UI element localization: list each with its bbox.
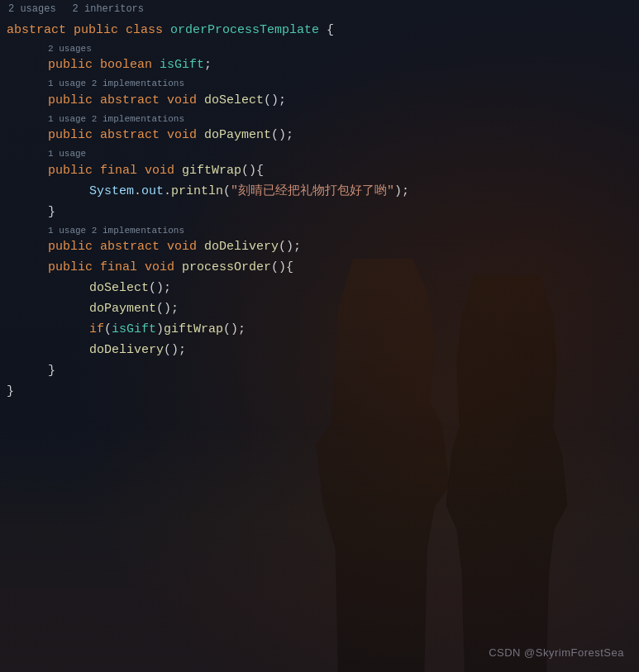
call-giftWrap: giftWrap <box>164 320 223 340</box>
doDelivery-call-line: doDelivery(); <box>7 341 639 361</box>
println-line: System.out.println("刻晴已经把礼物打包好了哟"); <box>7 182 639 203</box>
println-method: println <box>171 182 223 202</box>
parens-semi-3: (); <box>279 237 301 257</box>
keyword-abstract: abstract <box>7 21 74 41</box>
header-line: 2 usages 2 inheritors <box>7 0 639 21</box>
keyword-abstract-3: abstract <box>100 126 167 145</box>
call-doDelivery: doDelivery <box>89 341 164 360</box>
close-brace-class: } <box>7 382 639 403</box>
field-isGift-line: public boolean isGift; <box>7 55 639 76</box>
keyword-abstract-4: abstract <box>100 237 167 257</box>
keyword-public: public <box>74 21 126 41</box>
call-parens-2: (); <box>156 299 179 319</box>
close-brace-processOrder: } <box>7 361 639 382</box>
keyword-boolean: boolean <box>100 55 160 75</box>
keyword-if: if <box>89 320 104 340</box>
meta-1-usage-2-impl-1: 1 usage 2 implementations <box>7 76 639 90</box>
if-isGift-line: if(isGift)giftWrap(); <box>7 320 639 341</box>
keyword-void-2: void <box>167 126 204 145</box>
paren-open: ( <box>223 182 231 202</box>
meta-1-usage-2-impl-2: 1 usage 2 implementations <box>7 112 639 126</box>
method-name-doSelect: doSelect <box>204 91 264 111</box>
method-name-doDelivery: doDelivery <box>204 237 279 257</box>
call-parens-3: (); <box>223 320 246 340</box>
meta-1-usage: 1 usage <box>7 146 639 160</box>
meta-1-usage-2-impl-3: 1 usage 2 implementations <box>7 223 639 237</box>
keyword-public-3: public <box>48 126 100 145</box>
doSelect-call-line: doSelect(); <box>7 279 639 299</box>
close-brace-giftWrap: } <box>7 203 639 223</box>
class-name: orderProcessTemplate <box>170 21 327 41</box>
semicolon-1: ; <box>204 55 212 75</box>
system-class: System <box>89 182 134 202</box>
call-parens-4: (); <box>164 341 186 360</box>
field-name-isGift: isGift <box>160 55 204 75</box>
method-processOrder-line: public final void processOrder(){ <box>7 258 639 279</box>
string-literal: "刻晴已经把礼物打包好了哟" <box>231 182 394 202</box>
usages-label: 2 usages <box>7 2 56 17</box>
if-paren-close: ) <box>156 320 164 340</box>
meta-2-usages: 2 usages <box>7 41 639 55</box>
code-container: 2 usages 2 inheritors abstract public cl… <box>0 0 639 672</box>
call-doSelect: doSelect <box>89 279 149 298</box>
keyword-void-4: void <box>167 237 204 257</box>
keyword-void-5: void <box>145 258 182 278</box>
keyword-public-field: public <box>48 55 100 75</box>
parens-semi-1: (); <box>264 91 286 111</box>
dot-1: . <box>134 182 141 202</box>
method-name-processOrder: processOrder <box>182 258 271 278</box>
keyword-class: class <box>126 21 170 41</box>
open-brace-class: { <box>327 21 334 41</box>
processOrder-open: (){ <box>271 258 293 278</box>
method-giftWrap-line: public final void giftWrap(){ <box>7 161 639 182</box>
call-doPayment: doPayment <box>89 299 156 319</box>
method-name-giftWrap: giftWrap <box>182 161 241 181</box>
watermark: CSDN @SkyrimForestSea <box>489 645 624 662</box>
method-doSelect-line: public abstract void doSelect(); <box>7 91 639 112</box>
keyword-abstract-2: abstract <box>100 91 167 111</box>
keyword-void-1: void <box>167 91 204 111</box>
method-doDelivery-line: public abstract void doDelivery(); <box>7 237 639 258</box>
keyword-public-5: public <box>48 237 100 257</box>
giftWrap-open: (){ <box>241 161 264 181</box>
keyword-public-6: public <box>48 258 100 278</box>
call-parens-1: (); <box>149 279 171 298</box>
method-name-doPayment: doPayment <box>204 126 271 145</box>
dot-2: . <box>164 182 171 202</box>
keyword-void-3: void <box>145 161 182 181</box>
parens-semi-2: (); <box>271 126 293 145</box>
class-declaration-line: abstract public class orderProcessTempla… <box>7 21 639 41</box>
paren-close: ); <box>394 182 409 202</box>
keyword-public-4: public <box>48 161 100 181</box>
keyword-final-2: final <box>100 258 145 278</box>
method-doPayment-line: public abstract void doPayment(); <box>7 126 639 146</box>
keyword-final-1: final <box>100 161 145 181</box>
if-condition-isGift: isGift <box>112 320 156 340</box>
inheritors-label: 2 inheritors <box>73 2 144 17</box>
out-field: out <box>141 182 164 202</box>
if-paren-open: ( <box>104 320 112 340</box>
doPayment-call-line: doPayment(); <box>7 299 639 320</box>
keyword-public-2: public <box>48 91 100 111</box>
